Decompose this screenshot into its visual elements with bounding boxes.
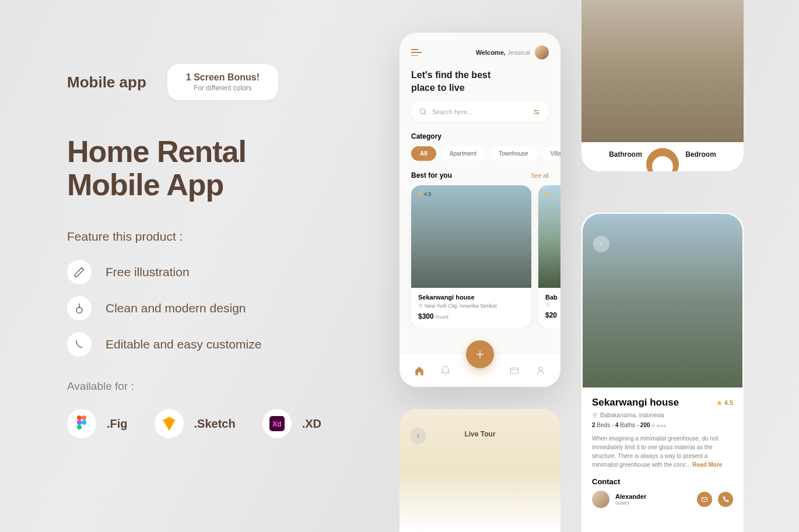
tour-title: Live Tour [464, 430, 495, 438]
contact-name: Alexander [615, 493, 691, 500]
property-stats: 2 Beds - 4 Baths - 200 m area [592, 422, 733, 428]
detail-fragment: Bathroom Bedroom [581, 0, 744, 171]
search-input[interactable]: Search here... [411, 102, 549, 122]
pin-icon [418, 304, 423, 308]
svg-point-11 [420, 109, 425, 114]
svg-point-4 [82, 420, 86, 425]
property-image: 4.5 [411, 185, 531, 288]
card-price: $20 [545, 311, 560, 319]
svg-point-5 [77, 425, 82, 429]
pen-icon [67, 260, 92, 284]
feature-text: Clean and modern design [106, 301, 246, 315]
welcome-text: Welcome, Jessical [476, 49, 530, 56]
svg-marker-19 [545, 192, 549, 196]
svg-text:Xd: Xd [272, 420, 281, 428]
back-button[interactable] [410, 428, 426, 444]
chip-villa[interactable]: Villa [542, 146, 560, 161]
subtitle: Mobile app [67, 73, 146, 91]
avatar[interactable] [535, 45, 549, 59]
bonus-title: 1 Screen Bonus! [186, 72, 260, 83]
live-tour-screen: Live Tour [400, 409, 560, 532]
property-detail-screen: Sekarwangi house 4.5 Babakansirna, indon… [581, 213, 744, 532]
star-icon [716, 400, 723, 406]
read-more-link[interactable]: Read More [692, 461, 722, 468]
feature-text: Editable and easy customize [106, 337, 261, 351]
property-hero-image [583, 214, 742, 387]
room-bathroom[interactable]: Bathroom [609, 150, 642, 158]
xd-icon: Xd [262, 409, 292, 438]
back-button[interactable] [593, 236, 609, 252]
svg-line-12 [425, 113, 426, 115]
svg-rect-20 [510, 368, 518, 374]
palette-icon [67, 296, 92, 320]
property-location: Babakansirna, indonesia [592, 412, 733, 418]
format-figma: .Fig [67, 409, 128, 438]
property-title: Sekarwangi house [592, 397, 679, 408]
nav-home[interactable] [413, 365, 425, 376]
svg-point-2 [82, 415, 86, 420]
bonus-pill: 1 Screen Bonus! For different colors [167, 64, 278, 100]
email-button[interactable] [697, 492, 712, 507]
svg-point-18 [420, 305, 421, 306]
available-label: Available for : [67, 380, 347, 393]
property-rating: 4.5 [716, 399, 733, 406]
feature-text: Free illustration [106, 265, 190, 279]
hero-title: Home RentalMobile App [67, 135, 347, 202]
marketing-panel: Mobile app 1 Screen Bonus! For different… [67, 64, 347, 438]
card-location [545, 303, 560, 308]
svg-point-3 [77, 420, 82, 425]
svg-marker-27 [717, 400, 722, 405]
contact-avatar [592, 491, 609, 508]
star-icon [544, 191, 549, 196]
card-title: Bab [545, 294, 560, 301]
chip-apartment[interactable]: Apartment [441, 146, 485, 161]
svg-point-22 [539, 367, 542, 371]
card-location: New York City, Amerika Serikat [418, 303, 524, 309]
contact-role: ouwer [615, 500, 691, 506]
svg-marker-17 [418, 192, 422, 196]
card-price: $300 /mont [418, 312, 524, 320]
property-description: When imagining a minimalist greenhouse, … [592, 434, 733, 469]
property-card[interactable]: 4.5 Sekarwangi house New York City, Amer… [411, 185, 531, 327]
phone-icon [722, 496, 729, 503]
contact-label: Contact [592, 477, 733, 486]
format-sketch: .Sketch [155, 409, 236, 438]
property-card[interactable]: Bab $20 [538, 185, 560, 327]
svg-point-1 [77, 415, 82, 420]
star-icon [417, 192, 422, 197]
add-button[interactable] [466, 340, 494, 368]
phone-home-screen: Welcome, Jessical Let's find the bestpla… [400, 33, 560, 387]
card-title: Sekarwangi house [418, 294, 524, 301]
see-all-link[interactable]: See all [531, 172, 549, 179]
selector-knob[interactable] [645, 147, 680, 171]
search-placeholder: Search here... [432, 108, 528, 115]
svg-point-15 [535, 110, 536, 111]
search-icon [419, 108, 427, 116]
nav-wallet[interactable] [509, 365, 520, 376]
feature-item: Clean and modern design [67, 296, 347, 320]
bonus-subtitle: For different colors [186, 84, 260, 92]
pin-icon [592, 413, 598, 418]
room-bedroom[interactable]: Bedroom [685, 150, 716, 158]
feature-item: Editable and easy customize [67, 332, 347, 357]
pin-icon [545, 303, 550, 308]
chevron-left-icon [415, 432, 422, 439]
svg-point-16 [537, 112, 538, 114]
figma-icon [67, 409, 96, 438]
interior-image [581, 0, 744, 142]
page-headline: Let's find the bestplace to live [400, 69, 560, 94]
leaf-icon [67, 332, 92, 357]
chip-all[interactable]: All [411, 146, 436, 161]
nav-profile[interactable] [535, 365, 546, 376]
chip-townhouse[interactable]: Townhouse [490, 146, 537, 161]
mail-icon [701, 496, 708, 503]
plus-icon [474, 348, 486, 360]
format-xd: Xd .XD [262, 409, 321, 438]
svg-point-28 [594, 414, 595, 415]
call-button[interactable] [718, 492, 733, 507]
rating-badge: 4.5 [417, 191, 432, 197]
menu-icon[interactable] [411, 49, 422, 56]
filter-icon[interactable] [532, 108, 541, 116]
chevron-left-icon [598, 241, 605, 248]
nav-notifications[interactable] [440, 365, 451, 376]
